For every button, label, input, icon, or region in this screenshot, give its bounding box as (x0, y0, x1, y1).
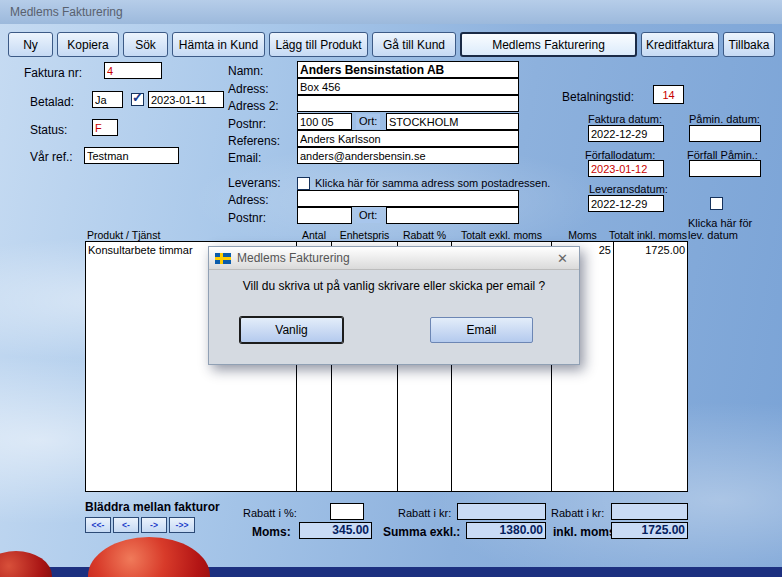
next-invoice-button[interactable]: -> (141, 517, 167, 533)
dialog-titlebar[interactable]: Medlems Fakturering ✕ (209, 247, 579, 270)
leverans-postnr-label: Postnr: (228, 211, 266, 225)
lev-datum-caption-line2: lev. datum (688, 229, 738, 241)
email-input[interactable] (297, 147, 519, 164)
leveransdatum-input[interactable] (588, 195, 664, 212)
email-label: Email: (228, 151, 261, 165)
column-totalt-inkl[interactable]: 1725.00 (613, 241, 688, 492)
summa-exkl-label: Summa exkl.: (383, 525, 460, 539)
inkl-moms-label: inkl. moms: (553, 525, 620, 539)
referens-label: Referens: (228, 134, 280, 148)
medlems-fakturering-button[interactable]: Medlems Fakturering (460, 32, 637, 57)
apple-image (88, 537, 210, 577)
header-antal: Antal (296, 229, 332, 241)
ga-till-kund-button[interactable]: Gå till Kund (372, 32, 456, 57)
betalad-checkbox[interactable]: ✓ (131, 93, 144, 106)
betalningstid-input[interactable] (653, 85, 684, 104)
header-rabatt: Rabatt % (397, 229, 452, 241)
rabatt-kr-label-1: Rabatt i kr: (398, 507, 451, 519)
sok-button[interactable]: Sök (123, 32, 168, 57)
ny-button[interactable]: Ny (8, 32, 53, 57)
header-produkt: Produkt / Tjänst (87, 229, 160, 241)
window-titlebar[interactable]: Medlems Fakturering (0, 0, 782, 24)
leverans-adress-label: Adress: (228, 193, 269, 207)
inkl-moms-field: 1725.00 (611, 522, 688, 539)
moms-label: Moms: (252, 525, 291, 539)
ort-label: Ort: (356, 114, 380, 129)
faktura-datum-label: Faktura datum: (588, 113, 662, 125)
adress-label: Adress: (228, 82, 269, 96)
betalad-date-input[interactable] (148, 91, 224, 108)
pamin-datum-input[interactable] (689, 125, 761, 142)
var-ref-input[interactable] (84, 147, 179, 164)
lev-datum-checkbox[interactable] (710, 197, 723, 210)
betalningstid-label: Betalningstid: (562, 90, 634, 104)
rabatt-pct-input[interactable] (330, 503, 364, 520)
app-window: Medlems Fakturering Ny Kopiera Sök Hämta… (0, 0, 782, 577)
forfallodatum-input[interactable] (588, 160, 664, 177)
leverans-postnr-input[interactable] (297, 207, 352, 224)
status-input[interactable] (92, 119, 118, 136)
leverans-adress-input[interactable] (297, 190, 519, 207)
ort-input[interactable] (386, 113, 519, 130)
faktura-datum-input[interactable] (588, 125, 664, 142)
postnr-label: Postnr: (228, 117, 266, 131)
dialog-message: Vill du skriva ut på vanlig skrivare ell… (209, 279, 579, 293)
kreditfaktura-button[interactable]: Kreditfaktura (641, 32, 719, 57)
close-icon[interactable]: ✕ (552, 251, 573, 266)
var-ref-label: Vår ref.: (30, 150, 73, 164)
header-moms: Moms (551, 229, 614, 241)
leveransdatum-label: Leveransdatum: (589, 183, 668, 195)
table-cell-totalt-inkl[interactable]: 1725.00 (614, 242, 687, 258)
forfall-pamin-input[interactable] (689, 160, 761, 177)
email-button[interactable]: Email (430, 317, 533, 343)
rabatt-kr-field-1 (457, 503, 546, 520)
header-enhetspris: Enhetspris (331, 229, 398, 241)
leverans-label: Leverans: (228, 176, 281, 190)
adress2-input[interactable] (297, 95, 519, 112)
tillbaka-button[interactable]: Tillbaka (723, 32, 775, 57)
namn-label: Namn: (228, 64, 263, 78)
leverans-ort-label: Ort: (356, 208, 380, 223)
last-invoice-button[interactable]: ->> (169, 517, 195, 533)
leverans-same-address-caption: Klicka här för samma adress som postadre… (315, 177, 550, 189)
header-totalt-inkl: Totalt inkl. moms (608, 229, 688, 241)
checkmark-icon: ✓ (132, 90, 143, 105)
faktura-nr-label: Faktura nr: (24, 66, 82, 80)
summa-exkl-field: 1380.00 (466, 522, 546, 539)
leverans-same-address-checkbox[interactable] (297, 177, 310, 190)
lagg-till-produkt-button[interactable]: Lägg till Produkt (269, 32, 368, 57)
vanlig-button[interactable]: Vanlig (240, 317, 343, 343)
dialog-title: Medlems Fakturering (237, 251, 552, 265)
faktura-nr-input[interactable] (104, 62, 162, 79)
sweden-flag-icon (215, 253, 231, 264)
kopiera-button[interactable]: Kopiera (57, 32, 119, 57)
namn-input[interactable] (297, 61, 519, 78)
apple-image-small (0, 551, 52, 577)
betalad-input[interactable] (92, 91, 123, 108)
rabatt-kr-label-2: Rabatt i kr: (551, 507, 604, 519)
moms-total-field: 345.00 (299, 522, 372, 539)
window-title: Medlems Fakturering (10, 5, 123, 19)
prev-invoice-button[interactable]: <- (113, 517, 139, 533)
pamin-datum-label: Påmin. datum: (689, 113, 760, 125)
referens-input[interactable] (297, 130, 519, 147)
rabatt-kr-field-2 (611, 503, 688, 520)
postnr-input[interactable] (297, 113, 352, 130)
rabatt-pct-label: Rabatt i %: (243, 507, 297, 519)
first-invoice-button[interactable]: <<- (85, 517, 111, 533)
leverans-ort-input[interactable] (386, 207, 519, 224)
hamta-in-kund-button[interactable]: Hämta in Kund (172, 32, 265, 57)
adress2-label: Adress 2: (228, 99, 279, 113)
browse-label: Bläddra mellan fakturor (85, 500, 220, 514)
adress-input[interactable] (297, 78, 519, 95)
lev-datum-caption-line1: Klicka här för (688, 217, 752, 229)
status-label: Status: (30, 123, 67, 137)
betalad-label: Betalad: (30, 95, 74, 109)
header-totalt-exkl: Totalt exkl. moms (451, 229, 552, 241)
print-dialog: Medlems Fakturering ✕ Vill du skriva ut … (208, 246, 580, 365)
